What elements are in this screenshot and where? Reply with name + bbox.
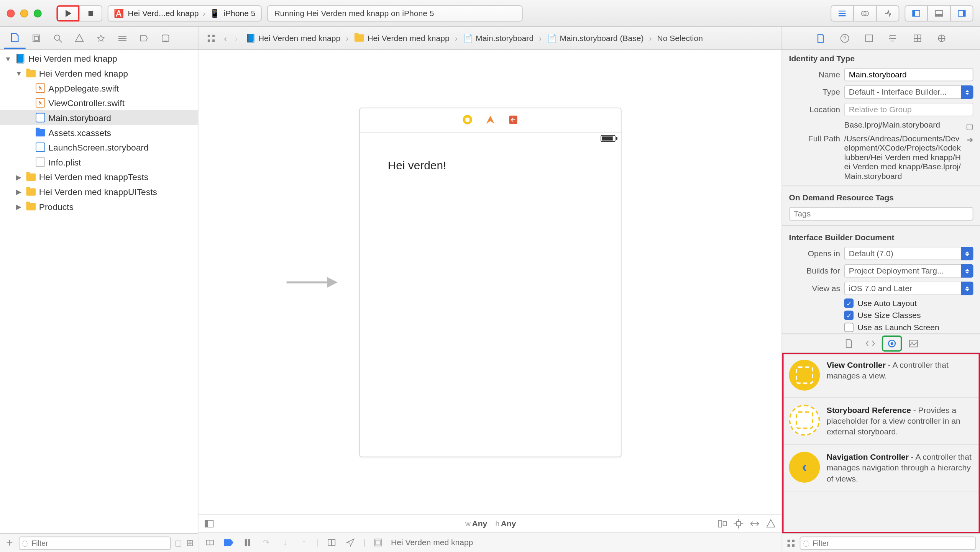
quickhelp-inspector-icon[interactable]: ? — [833, 27, 856, 49]
jump-base[interactable]: 📄 Main.storyboard (Base) — [544, 32, 646, 44]
library-view-toggle-icon[interactable] — [786, 538, 796, 548]
jump-project[interactable]: 📘 Hei Verden med knapp — [243, 32, 343, 44]
scene-dock[interactable] — [359, 108, 621, 132]
jump-group[interactable]: Hei Verden med knapp — [351, 31, 452, 45]
resize-tool-icon[interactable] — [765, 518, 776, 529]
disclosure-triangle-icon[interactable]: ▶ — [15, 203, 23, 210]
library-filter-input[interactable] — [800, 536, 976, 550]
navigator-filter-input[interactable] — [19, 536, 171, 550]
toggle-outline-icon[interactable] — [204, 518, 215, 529]
stop-button[interactable] — [79, 5, 102, 21]
tree-file-mainstoryboard[interactable]: Main.storyboard — [0, 110, 198, 125]
storyboard-canvas[interactable]: Hei verden! wAny hAny ↷ ↓ — [199, 50, 782, 552]
sizeclasses-checkbox-row[interactable]: ✓ Use Size Classes — [782, 309, 980, 321]
scheme-selector[interactable]: 🅰️ Hei Verd...ed knapp › 📱 iPhone 5 — [108, 5, 262, 21]
location-icon[interactable] — [345, 536, 357, 549]
object-library-icon[interactable] — [882, 335, 902, 351]
align-tool-icon[interactable] — [717, 518, 728, 529]
checkbox-unchecked-icon[interactable] — [844, 323, 854, 332]
jump-bar[interactable]: ‹ › 📘 Hei Verden med knapp › Hei Verden … — [199, 27, 782, 49]
add-icon[interactable]: ＋ — [4, 536, 15, 550]
step-into-icon[interactable]: ↓ — [279, 536, 291, 549]
issue-navigator-icon[interactable] — [69, 27, 90, 49]
breakpoints-toggle-icon[interactable] — [223, 536, 235, 549]
symbol-navigator-icon[interactable] — [26, 27, 47, 49]
library-item-storyboardref[interactable]: Storyboard Reference - Provides a placeh… — [782, 398, 980, 445]
toggle-utilities-icon[interactable] — [950, 5, 973, 21]
initial-viewcontroller-arrow-icon[interactable] — [285, 269, 338, 295]
checkbox-checked-icon[interactable]: ✓ — [844, 311, 854, 320]
step-out-icon[interactable]: ↑ — [298, 536, 310, 549]
tree-file-viewcontroller[interactable]: ViewController.swift — [0, 95, 198, 110]
version-editor-icon[interactable] — [877, 5, 900, 21]
opensin-select[interactable]: Default (7.0) — [844, 247, 973, 260]
connections-inspector-icon[interactable] — [930, 27, 953, 49]
view-debug-icon[interactable] — [326, 536, 338, 549]
back-button[interactable]: ‹ — [221, 32, 229, 44]
disclosure-triangle-icon[interactable]: ▼ — [15, 70, 23, 77]
code-snippet-library-icon[interactable] — [860, 335, 881, 351]
editor-mode-segmented[interactable] — [831, 5, 899, 21]
debug-navigator-icon[interactable] — [112, 27, 133, 49]
size-class-control[interactable]: wAny hAny — [464, 519, 516, 528]
tree-project-root[interactable]: ▼ 📘 Hei Verden med knapp — [0, 51, 198, 66]
disclosure-triangle-icon[interactable]: ▶ — [15, 188, 23, 195]
disclosure-triangle-icon[interactable]: ▼ — [4, 55, 12, 62]
media-library-icon[interactable] — [903, 335, 924, 351]
minimize-window-icon[interactable] — [20, 9, 28, 17]
jump-selection[interactable]: No Selection — [655, 32, 706, 44]
tree-group-tests[interactable]: ▶ Hei Verden med knappTests — [0, 169, 198, 184]
toggle-debug-area-icon[interactable] — [927, 5, 950, 21]
object-library-list[interactable]: View Controller - A controller that mana… — [782, 352, 980, 533]
hei-verden-label[interactable]: Hei verden! — [359, 144, 621, 172]
scm-filter-icon[interactable]: ⊞ — [186, 538, 194, 548]
reveal-folder-icon[interactable]: ▢ — [966, 122, 973, 131]
name-input[interactable] — [844, 68, 973, 81]
breakpoint-navigator-icon[interactable] — [133, 27, 154, 49]
run-button[interactable] — [56, 5, 79, 21]
project-navigator-icon[interactable] — [4, 27, 26, 49]
step-over-icon[interactable]: ↷ — [260, 536, 272, 549]
file-inspector-icon[interactable] — [809, 27, 832, 49]
exit-dock-icon[interactable] — [507, 114, 518, 125]
tree-file-appdelegate[interactable]: AppDelegate.swift — [0, 81, 198, 96]
assistant-editor-icon[interactable] — [854, 5, 877, 21]
recent-filter-icon[interactable]: ◻ — [175, 538, 182, 548]
buildsfor-select[interactable]: Project Deployment Targ... — [844, 264, 973, 278]
size-inspector-icon[interactable] — [906, 27, 929, 49]
tree-group-uitests[interactable]: ▶ Hei Verden med knappUITests — [0, 184, 198, 199]
library-item-viewcontroller[interactable]: View Controller - A controller that mana… — [782, 353, 980, 398]
standard-editor-icon[interactable] — [831, 5, 854, 21]
test-navigator-icon[interactable] — [90, 27, 112, 49]
viewcontroller-dock-icon[interactable] — [462, 114, 473, 125]
type-select[interactable]: Default - Interface Builder... — [844, 85, 973, 99]
forward-button[interactable]: › — [232, 32, 240, 44]
panel-toggle-segmented[interactable] — [904, 5, 973, 21]
toggle-debug-icon[interactable] — [204, 536, 216, 549]
launchscreen-checkbox-row[interactable]: Use as Launch Screen — [782, 321, 980, 334]
attributes-inspector-icon[interactable] — [882, 27, 905, 49]
tree-group-main[interactable]: ▼ Hei Verden med knapp — [0, 66, 198, 81]
file-template-library-icon[interactable] — [839, 335, 859, 351]
autolayout-checkbox-row[interactable]: ✓ Use Auto Layout — [782, 297, 980, 310]
first-responder-dock-icon[interactable] — [484, 114, 495, 125]
jump-file[interactable]: 📄 Main.storyboard — [460, 32, 536, 44]
tree-file-assets[interactable]: Assets.xcassets — [0, 125, 198, 140]
related-items-icon[interactable] — [204, 32, 219, 44]
identity-inspector-icon[interactable] — [858, 27, 881, 49]
debug-process-label[interactable]: Hei Verden med knapp — [391, 537, 473, 547]
report-navigator-icon[interactable] — [155, 27, 176, 49]
location-select[interactable]: Relative to Group — [844, 103, 973, 116]
library-item-navcontroller[interactable]: ‹ Navigation Controller - A controller t… — [782, 445, 980, 491]
viewas-select[interactable]: iOS 7.0 and Later — [844, 282, 973, 295]
project-tree[interactable]: ▼ 📘 Hei Verden med knapp ▼ Hei Verden me… — [0, 50, 198, 533]
tree-file-infoplist[interactable]: Info.plist — [0, 155, 198, 170]
zoom-window-icon[interactable] — [34, 9, 42, 17]
disclosure-triangle-icon[interactable]: ▶ — [15, 173, 23, 180]
toggle-navigator-icon[interactable] — [904, 5, 927, 21]
tags-input[interactable] — [789, 207, 973, 221]
reveal-in-finder-icon[interactable]: ➜ — [967, 135, 973, 145]
tree-file-launchscreen[interactable]: LaunchScreen.storyboard — [0, 140, 198, 155]
tree-group-products[interactable]: ▶ Products — [0, 199, 198, 214]
view-controller-scene[interactable]: Hei verden! — [359, 107, 621, 457]
